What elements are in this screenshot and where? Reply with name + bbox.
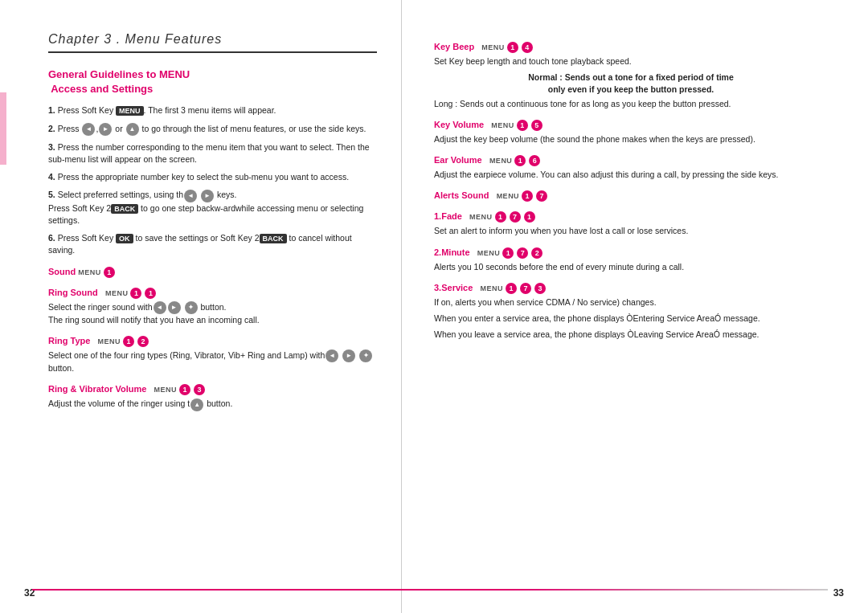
service-body1: If on, alerts you when service CDMA / No… — [434, 296, 828, 309]
fade-heading: 1.Fade MENU 1 7 1 — [434, 211, 828, 223]
step-3: 3. Press the number corresponding to the… — [48, 141, 377, 166]
fade-menu: MENU 1 7 1 — [469, 211, 536, 223]
steps-list: 1. Press Soft Key MENU. The first 3 menu… — [48, 104, 377, 256]
ear-volume-body: Adjust the earpiece volume. You can also… — [434, 169, 828, 181]
minute-heading: 2.Minute MENU 1 7 2 — [434, 247, 828, 259]
service-body3: When you leave a service area, the phone… — [434, 329, 828, 341]
right-page: Key Beep MENU 1 4 Set Key beep length an… — [402, 0, 868, 613]
step-6: 6. Press Soft Key OK to save the setting… — [48, 232, 377, 256]
step-1: 1. Press Soft Key MENU. The first 3 menu… — [48, 104, 377, 116]
back-key-2: BACK — [260, 234, 287, 243]
right-arrow-icon: ► — [99, 123, 112, 136]
ring-sound-body: Select the ringer sound with◄► ✦ button.… — [48, 301, 377, 326]
key-volume-heading: Key Volume MENU 1 5 — [434, 120, 828, 131]
ear-volume-heading: Ear Volume MENU 1 6 — [434, 155, 828, 166]
nav-left-icon: ◄ — [184, 190, 197, 202]
key-beep-normal: Normal : Sends out a tone for a fixed pe… — [434, 72, 828, 96]
ring-type-heading: Ring Type MENU 1 2 — [48, 336, 377, 347]
service-heading: 3.Service MENU 1 7 3 — [434, 283, 828, 294]
fade-body: Set an alert to inform you when you have… — [434, 225, 828, 237]
ring-vibrator-menu: MENU 1 3 — [154, 384, 207, 395]
sound-heading: Sound MENU 1 — [48, 267, 377, 278]
nav-tl-icon: ◄ — [326, 349, 338, 362]
nav-tr-icon: ► — [342, 349, 355, 362]
menu-key: MENU — [116, 106, 144, 116]
ring-vibrator-heading: Ring & Vibrator Volume MENU 1 3 — [48, 384, 377, 395]
service-menu: MENU 1 7 3 — [481, 283, 547, 294]
nav-rl-icon: ◄ — [154, 301, 166, 314]
nav-ts-icon: ✦ — [359, 349, 372, 362]
right-page-number: 33 — [833, 587, 844, 599]
ok-key: OK — [116, 234, 133, 243]
left-arrow-icon: ◄ — [82, 123, 95, 136]
alerts-sound-menu: MENU 1 7 — [497, 190, 549, 202]
ring-sound-heading: Ring Sound MENU 1 1 — [48, 288, 377, 299]
page-container: Chapter 3 . Menu Features General Guidel… — [0, 0, 868, 613]
nav-rr-icon: ► — [168, 301, 181, 314]
ring-vibrator-body: Adjust the volume of the ringer using t▲… — [48, 398, 377, 411]
key-volume-menu: MENU 1 5 — [491, 120, 543, 131]
nav-vol-icon: ▲ — [190, 398, 203, 411]
ear-volume-menu: MENU 1 6 — [489, 155, 542, 166]
key-beep-menu: MENU 1 4 — [481, 42, 534, 53]
key-beep-heading: Key Beep MENU 1 4 — [434, 42, 828, 53]
ring-type-menu: MENU 1 2 — [98, 336, 150, 347]
ring-sound-menu: MENU 1 1 — [105, 288, 158, 299]
key-beep-body: Set Key beep length and touch tone playb… — [434, 55, 828, 67]
step-2: 2. Press ◄,► or ▲ to go through the list… — [48, 123, 377, 136]
sound-menu-badge: MENU 1 — [78, 267, 116, 278]
right-divider — [32, 589, 828, 591]
chapter-heading: Chapter 3 . Menu Features — [48, 32, 377, 53]
key-beep-long: Long : Sends out a continuous tone for a… — [434, 98, 828, 110]
left-page: Chapter 3 . Menu Features General Guidel… — [0, 0, 402, 613]
up-arrow-icon: ▲ — [126, 123, 139, 136]
step-4: 4. Press the appropriate number key to s… — [48, 171, 377, 183]
ring-type-body: Select one of the four ring types (Ring,… — [48, 349, 377, 374]
back-key: BACK — [111, 204, 138, 214]
key-volume-body: Adjust the key beep volume (the sound th… — [434, 133, 828, 145]
minute-menu: MENU 1 7 2 — [477, 247, 544, 259]
service-body2: When you enter a service area, the phone… — [434, 313, 828, 325]
nav-right-icon: ► — [201, 190, 214, 202]
alerts-sound-heading: Alerts Sound MENU 1 7 — [434, 190, 828, 202]
minute-body: Alerts you 10 seconds before the end of … — [434, 261, 828, 273]
section-title: General Guidelines to MENU Access and Se… — [48, 67, 377, 96]
step-5: 5. Select preferred settings, using th◄ … — [48, 189, 377, 227]
nav-star-icon: ✦ — [185, 301, 198, 314]
pink-accent-bar — [0, 92, 6, 165]
